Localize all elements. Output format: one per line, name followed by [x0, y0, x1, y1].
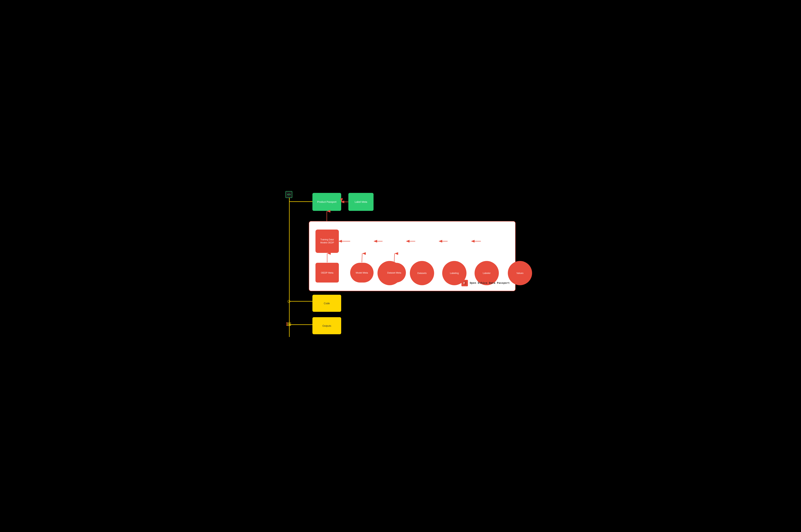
- yellow-line-code: [289, 301, 312, 302]
- model-meta-node[interactable]: Model Meta: [350, 263, 374, 283]
- outputs-list-icon: [286, 321, 292, 328]
- oe-label: Open Ethics Data Passport: [470, 282, 510, 285]
- code-node[interactable]: Code: [312, 295, 341, 312]
- svg-rect-11: [287, 324, 291, 325]
- svg-rect-20: [464, 283, 465, 283]
- svg-line-28: [362, 253, 362, 262]
- svg-rect-21: [464, 283, 465, 284]
- yellow-line-outputs: [289, 324, 312, 325]
- values-node[interactable]: Values: [508, 261, 532, 285]
- smiley-icon: ☺: [286, 298, 292, 305]
- code-bracket-icon: </>: [286, 191, 292, 198]
- training-data-node[interactable]: Training Data/ Models OEDP: [315, 230, 339, 253]
- oe-book-icon: [461, 280, 468, 286]
- svg-rect-15: [286, 325, 287, 326]
- svg-rect-10: [287, 323, 291, 323]
- svg-rect-14: [286, 324, 287, 325]
- yellow-vertical-line: [289, 193, 290, 337]
- outputs-node[interactable]: Outputs: [312, 317, 341, 334]
- dataset-meta-node[interactable]: Dataset Meta: [383, 263, 406, 283]
- svg-rect-18: [463, 282, 464, 284]
- diagram-container: </> ☺ Product Passport Label Meta Traini…: [282, 188, 519, 344]
- datasets-node[interactable]: Datasets: [410, 261, 434, 285]
- svg-rect-12: [287, 325, 291, 326]
- svg-line-29: [394, 253, 395, 262]
- oe-logo: Open Ethics Data Passport: [461, 280, 510, 286]
- yellow-line-passport: [289, 201, 312, 202]
- svg-rect-13: [286, 322, 287, 323]
- svg-rect-19: [464, 282, 465, 283]
- main-diagram-box: Training Data/ Models OEDP Models Datase…: [309, 221, 515, 291]
- oedp-meta-node[interactable]: OEDP Meta: [315, 263, 339, 283]
- product-passport-node[interactable]: Product Passport: [312, 193, 341, 211]
- label-meta-node[interactable]: Label Meta: [348, 193, 374, 211]
